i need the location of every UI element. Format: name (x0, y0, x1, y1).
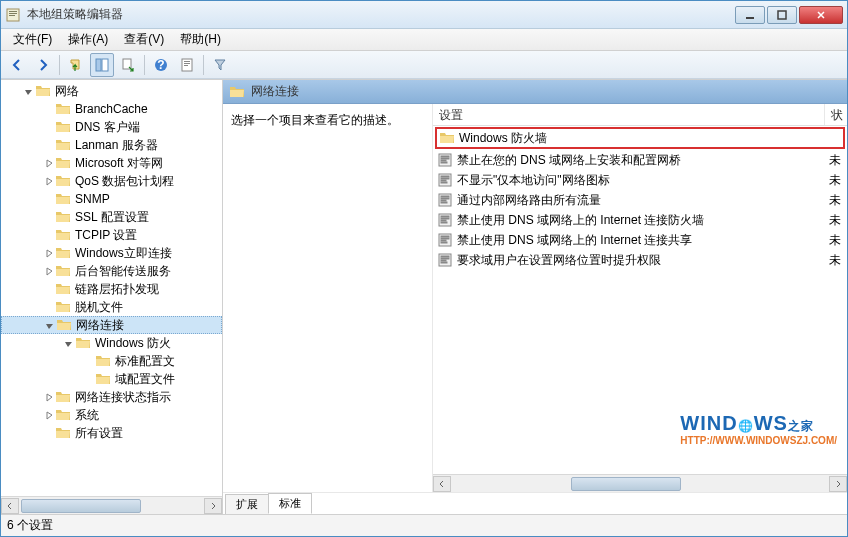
folder-icon (75, 336, 91, 350)
folder-icon (55, 156, 71, 170)
setting-icon (437, 192, 453, 208)
tree-node[interactable]: Microsoft 对等网 (1, 154, 222, 172)
folder-icon (56, 318, 72, 332)
svg-rect-12 (184, 61, 190, 62)
scroll-left-icon[interactable] (1, 498, 19, 514)
help-button[interactable]: ? (149, 53, 173, 77)
folder-icon (55, 264, 71, 278)
tree-node-firewall[interactable]: Windows 防火 (1, 334, 222, 352)
column-setting[interactable]: 设置 (433, 104, 825, 125)
tree-node[interactable]: 域配置文件 (1, 370, 222, 388)
tree-node[interactable]: SSL 配置设置 (1, 208, 222, 226)
forward-button[interactable] (31, 53, 55, 77)
folder-icon (95, 354, 111, 368)
list-item[interactable]: 不显示"仅本地访问"网络图标未 (433, 170, 847, 190)
menu-action[interactable]: 操作(A) (60, 29, 116, 50)
tree-node[interactable]: 后台智能传送服务 (1, 262, 222, 280)
scroll-thumb[interactable] (21, 499, 141, 513)
tree-node[interactable]: DNS 客户端 (1, 118, 222, 136)
menu-view[interactable]: 查看(V) (116, 29, 172, 50)
settings-list-pane: 设置 状 Windows 防火墙禁止在您的 DNS 域网络上安装和配置网桥未不显… (433, 104, 847, 492)
content-area: 网络BranchCacheDNS 客户端Lanman 服务器Microsoft … (1, 79, 847, 514)
tab-standard[interactable]: 标准 (268, 493, 312, 514)
setting-icon (437, 152, 453, 168)
scroll-right-icon[interactable] (204, 498, 222, 514)
svg-rect-38 (441, 240, 446, 241)
list-hscrollbar[interactable] (433, 474, 847, 492)
list-item[interactable]: 禁止使用 DNS 域网络上的 Internet 连接防火墙未 (433, 210, 847, 230)
tree-node[interactable]: Windows立即连接 (1, 244, 222, 262)
close-button[interactable] (799, 6, 843, 24)
folder-icon (55, 408, 71, 422)
tree-node[interactable]: TCPIP 设置 (1, 226, 222, 244)
tree-hscrollbar[interactable] (1, 496, 222, 514)
menu-file[interactable]: 文件(F) (5, 29, 60, 50)
expander-icon[interactable] (41, 390, 55, 404)
back-button[interactable] (5, 53, 29, 77)
tree-node[interactable]: Lanman 服务器 (1, 136, 222, 154)
expander-icon[interactable] (41, 264, 55, 278)
detail-header: 网络连接 (223, 80, 847, 104)
tree-node[interactable]: 所有设置 (1, 424, 222, 442)
window-title: 本地组策略编辑器 (27, 6, 735, 23)
minimize-button[interactable] (735, 6, 765, 24)
scroll-thumb[interactable] (571, 477, 681, 491)
column-state[interactable]: 状 (825, 104, 847, 125)
tree-node[interactable]: 网络连接状态指示 (1, 388, 222, 406)
list-item[interactable]: 要求域用户在设置网络位置时提升权限未 (433, 250, 847, 270)
tab-extended[interactable]: 扩展 (225, 494, 269, 514)
expander-icon[interactable] (41, 156, 55, 170)
properties-button[interactable] (175, 53, 199, 77)
svg-rect-1 (9, 11, 17, 12)
toolbar-separator (144, 55, 145, 75)
folder-icon (95, 372, 111, 386)
svg-rect-33 (441, 220, 446, 221)
tree-scroll[interactable]: 网络BranchCacheDNS 客户端Lanman 服务器Microsoft … (1, 80, 222, 496)
folder-icon (229, 85, 245, 99)
status-text: 6 个设置 (7, 517, 53, 534)
svg-rect-43 (441, 260, 446, 261)
scroll-right-icon[interactable] (829, 476, 847, 492)
menubar: 文件(F) 操作(A) 查看(V) 帮助(H) (1, 29, 847, 51)
expander-icon[interactable] (21, 84, 35, 98)
tree-node[interactable]: 标准配置文 (1, 352, 222, 370)
folder-icon (55, 246, 71, 260)
tree-node[interactable]: QoS 数据包计划程 (1, 172, 222, 190)
folder-icon (55, 120, 71, 134)
list-item[interactable]: Windows 防火墙 (435, 127, 845, 149)
expander-icon[interactable] (61, 336, 75, 350)
folder-icon (35, 84, 51, 98)
tree-node[interactable]: 系统 (1, 406, 222, 424)
menu-help[interactable]: 帮助(H) (172, 29, 229, 50)
svg-rect-19 (441, 162, 447, 163)
expander-icon[interactable] (42, 318, 56, 332)
list-item[interactable]: 禁止在您的 DNS 域网络上安装和配置网桥未 (433, 150, 847, 170)
up-button[interactable] (64, 53, 88, 77)
show-hide-tree-button[interactable] (90, 53, 114, 77)
export-button[interactable] (116, 53, 140, 77)
expander-icon[interactable] (41, 246, 55, 260)
scroll-left-icon[interactable] (433, 476, 451, 492)
description-pane: 选择一个项目来查看它的描述。 (223, 104, 433, 492)
folder-icon (55, 102, 71, 116)
folder-icon (439, 130, 455, 146)
expander-icon[interactable] (41, 408, 55, 422)
tree-node[interactable]: SNMP (1, 190, 222, 208)
filter-button[interactable] (208, 53, 232, 77)
list-item[interactable]: 通过内部网络路由所有流量未 (433, 190, 847, 210)
app-icon (5, 7, 21, 23)
svg-rect-44 (441, 262, 447, 263)
svg-rect-32 (441, 218, 449, 219)
tree-node[interactable]: 网络连接 (1, 316, 222, 334)
tree-node[interactable]: 链路层拓扑发现 (1, 280, 222, 298)
titlebar[interactable]: 本地组策略编辑器 (1, 1, 847, 29)
tree-node[interactable]: 脱机文件 (1, 298, 222, 316)
svg-rect-6 (96, 59, 101, 71)
toolbar-separator (59, 55, 60, 75)
expander-icon[interactable] (41, 174, 55, 188)
list-item[interactable]: 禁止使用 DNS 域网络上的 Internet 连接共享未 (433, 230, 847, 250)
maximize-button[interactable] (767, 6, 797, 24)
list-header: 设置 状 (433, 104, 847, 126)
tree-node-network[interactable]: 网络 (1, 82, 222, 100)
tree-node[interactable]: BranchCache (1, 100, 222, 118)
